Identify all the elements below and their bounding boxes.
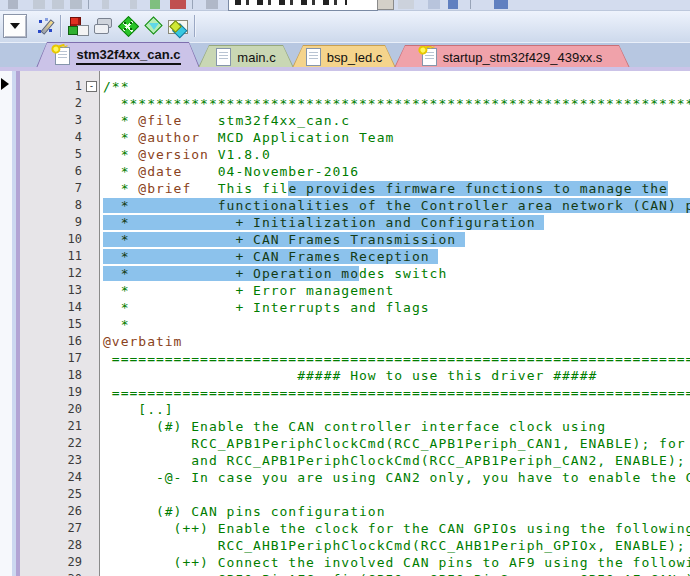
toolbar-icon-sliver[interactable]: [206, 0, 218, 9]
toolbar-icon-sliver[interactable]: [52, 0, 64, 9]
code-line[interactable]: ========================================…: [100, 384, 690, 401]
line-number[interactable]: 2: [20, 95, 86, 112]
line-number[interactable]: 17: [20, 350, 86, 367]
code-line[interactable]: and RCC_APB1PeriphClockCmd(RCC_APB1Perip…: [100, 452, 690, 469]
line-number[interactable]: 27: [20, 520, 86, 537]
fold-margin[interactable]: [86, 163, 100, 180]
options-wand-button[interactable]: [34, 14, 58, 38]
code-line[interactable]: * + CAN Frames Transmission: [100, 231, 690, 248]
code-line[interactable]: (#) Enable the CAN controller interface …: [100, 418, 690, 435]
fold-margin[interactable]: [86, 231, 100, 248]
line-number[interactable]: 21: [20, 418, 86, 435]
code-line[interactable]: (++) Enable the clock for the CAN GPIOs …: [100, 520, 690, 537]
tab-main.c[interactable]: main.c: [198, 45, 294, 68]
code-line[interactable]: * @brief This file provides firmware fun…: [100, 180, 690, 197]
toolbar-icon-sliver[interactable]: [33, 0, 45, 9]
fold-margin[interactable]: [86, 418, 100, 435]
toolbar-icon-sliver[interactable]: [150, 0, 160, 9]
fold-margin[interactable]: [86, 384, 100, 401]
toolbar-icon-sliver[interactable]: [70, 0, 82, 9]
fold-margin[interactable]: [86, 197, 100, 214]
code-line[interactable]: (++) Connect the involved CAN pins to AF…: [100, 554, 690, 571]
code-line[interactable]: ========================================…: [100, 350, 690, 367]
tab-bsp_led.c[interactable]: bsp_led.c: [292, 45, 396, 68]
line-number[interactable]: 13: [20, 282, 86, 299]
fold-margin[interactable]: [86, 282, 100, 299]
line-number[interactable]: 26: [20, 503, 86, 520]
toolbar-icon-sliver[interactable]: [494, 0, 508, 9]
code-line[interactable]: [100, 71, 690, 78]
line-number[interactable]: 5: [20, 146, 86, 163]
fold-margin[interactable]: [86, 554, 100, 571]
line-number[interactable]: 22: [20, 435, 86, 452]
line-number[interactable]: 8: [20, 197, 86, 214]
code-line[interactable]: [100, 486, 690, 503]
code-line[interactable]: * functionalities of the Controller area…: [100, 197, 690, 214]
code-line[interactable]: -@- In case you are using CAN2 only, you…: [100, 469, 690, 486]
combobox-dropdown-button[interactable]: [377, 0, 394, 10]
windows-stack-button[interactable]: [91, 14, 115, 38]
toolbar-icon-sliver[interactable]: [102, 0, 109, 9]
line-number[interactable]: 23: [20, 452, 86, 469]
code-line[interactable]: * + Initialization and Configuration: [100, 214, 690, 231]
code-line[interactable]: GPIO_PinAFConfig(GPIOx, GPIO_PinSourcex,…: [100, 571, 690, 576]
fold-margin[interactable]: [86, 129, 100, 146]
fold-margin[interactable]: [86, 248, 100, 265]
code-line[interactable]: /**: [100, 78, 690, 95]
line-number[interactable]: 12: [20, 265, 86, 282]
fold-margin[interactable]: [86, 367, 100, 384]
line-number[interactable]: 10: [20, 231, 86, 248]
fold-margin[interactable]: [86, 95, 100, 112]
toolbar-icon-sliver[interactable]: [130, 0, 137, 9]
pack-installer-button[interactable]: [166, 14, 190, 38]
code-line[interactable]: * @date 04-November-2016: [100, 163, 690, 180]
fold-margin[interactable]: [86, 520, 100, 537]
toolbar-icon-sliver[interactable]: [428, 0, 440, 9]
fold-margin[interactable]: [86, 316, 100, 333]
fold-margin[interactable]: [86, 265, 100, 282]
line-number[interactable]: 25: [20, 486, 86, 503]
code-line[interactable]: (#) CAN pins configuration: [100, 503, 690, 520]
toolbar-icon-sliver[interactable]: [398, 0, 414, 9]
fold-margin[interactable]: [86, 537, 100, 554]
code-line[interactable]: RCC_AHB1PeriphClockCmd(RCC_AHB1Periph_GP…: [100, 537, 690, 554]
fold-margin[interactable]: [86, 469, 100, 486]
line-number[interactable]: 3: [20, 112, 86, 129]
fold-margin[interactable]: [86, 401, 100, 418]
toolbar-icon-sliver[interactable]: [448, 0, 458, 9]
code-line[interactable]: * @file stm32f4xx_can.c: [100, 112, 690, 129]
fold-margin[interactable]: [86, 435, 100, 452]
line-number[interactable]: 30: [20, 571, 86, 576]
line-number[interactable]: 9: [20, 214, 86, 231]
line-number[interactable]: 16: [20, 333, 86, 350]
fold-collapse-icon[interactable]: -: [86, 81, 97, 92]
select-software-packs-button[interactable]: [141, 14, 165, 38]
code-line[interactable]: ****************************************…: [100, 95, 690, 112]
fold-margin[interactable]: -: [86, 78, 100, 95]
code-line[interactable]: * + Operation modes switch: [100, 265, 690, 282]
line-number[interactable]: 20: [20, 401, 86, 418]
code-line[interactable]: @verbatim: [100, 333, 690, 350]
manage-rte-button[interactable]: [116, 14, 140, 38]
line-number[interactable]: 29: [20, 554, 86, 571]
code-line[interactable]: * @author MCD Application Team: [100, 129, 690, 146]
fold-margin[interactable]: [86, 452, 100, 469]
code-line[interactable]: * + Error management: [100, 282, 690, 299]
dropdown-button[interactable]: [3, 14, 27, 38]
code-line[interactable]: * + Interrupts and flags: [100, 299, 690, 316]
fold-margin[interactable]: [86, 112, 100, 129]
line-number[interactable]: 28: [20, 537, 86, 554]
line-number[interactable]: 6: [20, 163, 86, 180]
code-line[interactable]: * + CAN Frames Reception: [100, 248, 690, 265]
components-button[interactable]: [66, 14, 90, 38]
code-line[interactable]: ##### How to use this driver #####: [100, 367, 690, 384]
code-line[interactable]: * @version V1.8.0: [100, 146, 690, 163]
fold-margin[interactable]: [86, 214, 100, 231]
toolbar-icon-sliver[interactable]: [170, 0, 186, 9]
code-area[interactable]: 1-/**2 *********************************…: [20, 71, 690, 576]
line-number[interactable]: 15: [20, 316, 86, 333]
line-number[interactable]: 24: [20, 469, 86, 486]
code-line[interactable]: [..]: [100, 401, 690, 418]
line-number[interactable]: 11: [20, 248, 86, 265]
code-line[interactable]: *: [100, 316, 690, 333]
